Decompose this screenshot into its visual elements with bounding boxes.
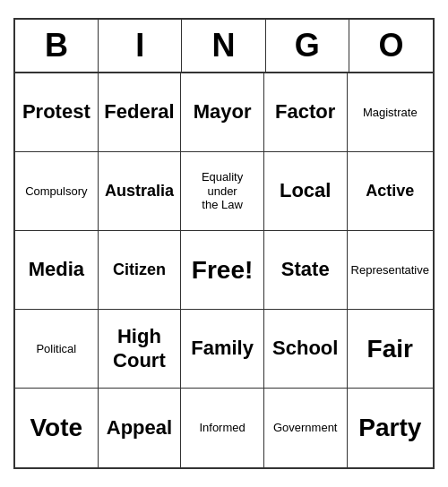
bingo-cell[interactable]: Compulsory [15,152,99,231]
bingo-cell[interactable]: Vote [15,389,99,467]
bingo-cell[interactable]: Citizen [99,231,182,310]
cell-text: Political [36,342,76,356]
bingo-cell[interactable]: Australia [99,152,182,231]
cell-text: Citizen [113,261,166,280]
cell-text: Compulsory [25,184,87,199]
bingo-header: BINGO [15,20,433,73]
cell-text: State [281,258,330,281]
cell-text: Active [366,182,414,201]
bingo-cell[interactable]: High Court [99,310,182,389]
cell-text: Vote [30,413,83,443]
bingo-cell[interactable]: Representative [348,231,433,310]
cell-text: Equality under the Law [202,170,243,212]
bingo-cell[interactable]: School [264,310,348,389]
cell-text: High Court [113,325,166,372]
cell-text: Federal [104,100,174,124]
cell-text: Government [273,421,338,435]
bingo-cell[interactable]: Fair [348,310,433,389]
cell-text: Fair [367,334,413,364]
cell-text: Factor [275,100,335,124]
bingo-grid: ProtestFederalMayorFactorMagistrateCompu… [15,73,433,467]
cell-text: Australia [105,182,174,201]
cell-text: Media [29,258,84,281]
bingo-cell[interactable]: Political [15,310,99,389]
bingo-cell[interactable]: Local [264,152,348,231]
bingo-cell[interactable]: Government [264,389,348,467]
header-letter: O [349,20,433,72]
bingo-card: BINGO ProtestFederalMayorFactorMagistrat… [13,18,435,469]
cell-text: Informed [199,421,245,435]
bingo-cell[interactable]: Mayor [181,73,264,152]
header-letter: G [266,20,349,72]
cell-text: Protest [22,100,90,124]
bingo-cell[interactable]: Free! [181,231,264,310]
bingo-cell[interactable]: Factor [264,73,348,152]
cell-text: Mayor [194,100,252,124]
cell-text: Magistrate [363,106,418,120]
bingo-cell[interactable]: Appeal [99,389,182,467]
header-letter: N [182,20,265,72]
cell-text: Local [280,179,331,202]
cell-text: Free! [192,255,253,286]
header-letter: I [99,20,182,72]
bingo-cell[interactable]: Protest [15,73,99,152]
bingo-cell[interactable]: State [264,231,348,310]
bingo-cell[interactable]: Federal [99,73,182,152]
header-letter: B [15,20,99,72]
bingo-cell[interactable]: Magistrate [348,73,433,152]
bingo-cell[interactable]: Active [348,152,433,231]
cell-text: Appeal [107,416,172,440]
cell-text: Representative [351,263,429,278]
cell-text: School [272,337,338,360]
bingo-cell[interactable]: Equality under the Law [181,152,264,231]
bingo-cell[interactable]: Informed [181,389,264,467]
bingo-cell[interactable]: Party [348,389,433,467]
cell-text: Family [191,337,254,360]
cell-text: Party [358,413,421,443]
bingo-cell[interactable]: Media [15,231,99,310]
bingo-cell[interactable]: Family [181,310,264,389]
